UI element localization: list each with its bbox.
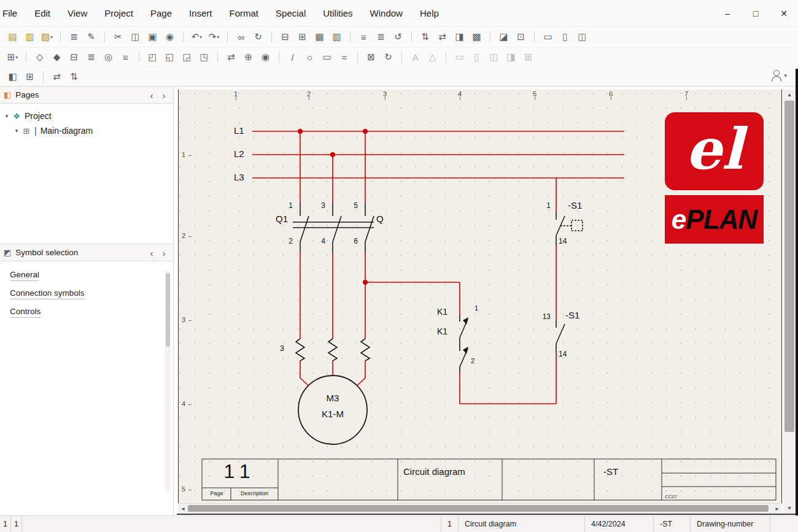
delete-placement-button[interactable]: ⊠ (363, 50, 379, 64)
pages-collapse-left-button[interactable]: ‹ (146, 87, 157, 104)
view-box-4-button[interactable]: ◨ (503, 50, 519, 64)
tree-item-main-diagram[interactable]: ▾ ⊞ | Main-diagram (0, 123, 173, 138)
pin-label[interactable]: 13 (535, 312, 551, 321)
draw-rectangle-button[interactable]: ▭ (319, 50, 335, 64)
symbols-collapse-left-button[interactable]: ‹ (146, 244, 157, 261)
symbol-item-connection-symbols[interactable]: Connection symbols (0, 285, 173, 303)
view-box-3-button[interactable]: ◫ (486, 50, 502, 64)
minimize-button[interactable]: – (713, 0, 742, 27)
device-tag-q[interactable]: Q (376, 214, 384, 224)
page-macro-button[interactable]: ▭ (540, 29, 556, 44)
menu-help[interactable]: Help (411, 0, 447, 27)
pin-label[interactable]: 5 (347, 201, 358, 210)
shape-tool-button[interactable]: △ (425, 50, 440, 64)
motor-label-line2[interactable]: K1-M (308, 409, 357, 419)
insert-shield-button[interactable]: ◎ (101, 50, 116, 64)
rotate-objects-button[interactable]: ↺ (390, 29, 406, 44)
scrollbar-thumb[interactable] (188, 505, 769, 512)
cables-navigator-button[interactable]: ▥ (329, 29, 344, 44)
function-texts-button[interactable]: ◨ (452, 29, 467, 44)
symbol-item-general[interactable]: General (0, 266, 173, 285)
titleblock-page-number[interactable]: 11 (202, 460, 278, 483)
menu-page[interactable]: Page (142, 0, 180, 27)
corner-down-button[interactable]: ◰ (145, 50, 160, 64)
t-node-button[interactable]: ◲ (179, 50, 195, 64)
numbering-button[interactable]: ⇅ (417, 29, 433, 44)
draw-circle-button[interactable]: ○ (302, 50, 317, 64)
open-page-button[interactable]: ▥ (22, 29, 37, 44)
signal-tracing-button[interactable]: ⇄ (49, 69, 64, 84)
symbols-collapse-right-button[interactable]: › (158, 244, 169, 261)
insert-cable-button[interactable]: ≣ (83, 50, 99, 64)
junction-point-button[interactable]: ◉ (258, 50, 273, 64)
grid-view-button[interactable]: ⊞ (22, 69, 37, 84)
corner-up-button[interactable]: ◱ (162, 50, 177, 64)
paste-button[interactable]: ▣ (145, 29, 160, 44)
symbol-item-controls[interactable]: Controls (0, 303, 173, 322)
menu-project[interactable]: Project (96, 0, 142, 27)
align-objects-button[interactable]: ≡ (356, 29, 371, 44)
window-macro-button[interactable]: ▯ (557, 29, 573, 44)
distribute-objects-button[interactable]: ≣ (373, 29, 389, 44)
overload-label[interactable]: 3 (273, 344, 284, 353)
copy-button[interactable]: ◫ (128, 29, 143, 44)
terminals-navigator-button[interactable]: ▦ (312, 29, 327, 44)
wire-label-l2[interactable]: L2 (234, 148, 244, 159)
menu-window[interactable]: Window (362, 0, 411, 27)
scrollbar-thumb[interactable] (166, 273, 170, 347)
canvas-horizontal-scrollbar[interactable]: ◂ ▸ (178, 503, 782, 513)
pin-label[interactable]: 2 (282, 237, 293, 245)
device-tag-k1-b[interactable]: K1 (425, 326, 447, 336)
account-button[interactable]: ▾ (769, 69, 787, 82)
view-box-2-button[interactable]: ▯ (469, 50, 484, 64)
insert-terminal-button[interactable]: ⊟ (66, 50, 82, 64)
pin-label[interactable]: 14 (559, 350, 567, 358)
potential-point-button[interactable]: ⊕ (241, 50, 256, 64)
tree-item-project[interactable]: ▾ ❖ Project (0, 109, 173, 123)
pages-collapse-right-button[interactable]: › (158, 87, 169, 104)
sync-project-button[interactable]: ↻ (250, 29, 266, 44)
drawing-area[interactable]: 1234567 12345 (178, 90, 782, 503)
interruption-point-button[interactable]: ⇄ (223, 50, 239, 64)
text-tool-button[interactable]: A (408, 50, 423, 64)
device-tag-q1[interactable]: Q1 (258, 214, 288, 224)
menu-utilities[interactable]: Utilities (314, 0, 361, 27)
maximize-button[interactable]: □ (742, 0, 770, 27)
device-tag-s1-top[interactable]: -S1 (568, 200, 582, 210)
menu-format[interactable]: Format (221, 0, 268, 27)
find-button[interactable]: ◉ (162, 29, 177, 44)
cross-references-button[interactable]: ⇄ (435, 29, 450, 44)
page-properties-button[interactable]: ✎ (83, 29, 99, 44)
save-project-button[interactable]: ▧▾ (39, 29, 55, 44)
menu-view[interactable]: View (59, 0, 96, 27)
pin-label[interactable]: 1 (282, 201, 293, 210)
caret-icon[interactable]: ▾ (12, 128, 21, 134)
undo-button[interactable]: ↶▾ (189, 29, 204, 44)
devices-navigator-button[interactable]: ⊞ (295, 29, 310, 44)
wire-label-l3[interactable]: L3 (234, 172, 244, 182)
new-page-button[interactable]: ▤ (5, 29, 20, 44)
scroll-down-icon[interactable]: ▾ (783, 503, 796, 513)
menu-edit[interactable]: Edit (26, 0, 59, 27)
pin-label[interactable]: 1 (475, 304, 478, 312)
scrollbar-thumb[interactable] (784, 101, 794, 432)
caret-icon[interactable]: ▾ (2, 113, 11, 119)
draw-curve-button[interactable]: ≈ (336, 50, 352, 64)
wire-label-l1[interactable]: L1 (234, 125, 244, 136)
titleblock-title[interactable]: Circuit diagram (403, 466, 465, 477)
reports-button[interactable]: ▩ (469, 29, 484, 44)
insert-device-button[interactable]: ◆ (49, 50, 64, 64)
menu-special[interactable]: Special (267, 0, 314, 27)
device-search-button[interactable]: ∞ (233, 29, 249, 44)
titleblock-location[interactable]: -ST (603, 466, 618, 477)
view-box-1-button[interactable]: ▭ (452, 50, 467, 64)
draw-line-button[interactable]: / (285, 50, 300, 64)
menu-file[interactable]: File (0, 0, 26, 27)
connections-navigator-button[interactable]: ⊟ (277, 29, 293, 44)
generate-project-button[interactable]: ⊡ (513, 29, 529, 44)
canvas-vertical-scrollbar[interactable]: ▴ ▾ (783, 90, 796, 513)
sidebar-scrollbar[interactable] (165, 271, 171, 492)
pin-label[interactable]: 2 (471, 357, 475, 364)
pin-label[interactable]: 1 (540, 201, 551, 210)
pin-label[interactable]: 14 (559, 237, 567, 245)
